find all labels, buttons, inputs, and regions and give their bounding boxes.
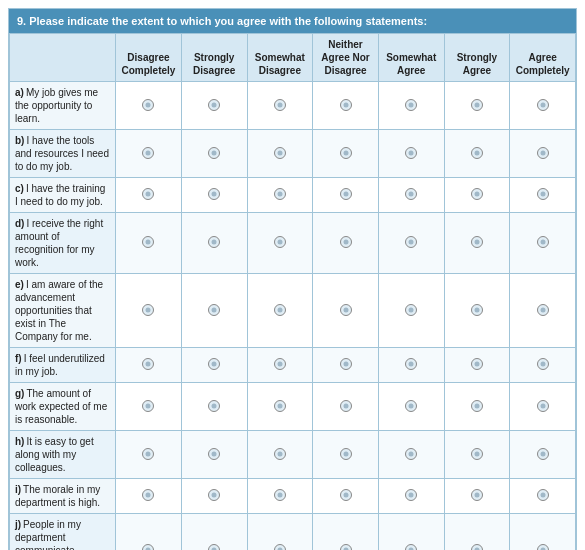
radio-button[interactable] — [142, 304, 154, 316]
radio-button[interactable] — [405, 304, 417, 316]
radio-cell-a-neither[interactable] — [313, 82, 379, 130]
radio-button[interactable] — [405, 544, 417, 551]
radio-button[interactable] — [274, 448, 286, 460]
radio-button[interactable] — [537, 188, 549, 200]
radio-cell-a-agree_completely[interactable] — [510, 82, 576, 130]
radio-button[interactable] — [142, 358, 154, 370]
radio-button[interactable] — [340, 544, 352, 551]
radio-cell-h-strongly_disagree[interactable] — [181, 431, 247, 479]
radio-button[interactable] — [405, 489, 417, 501]
radio-button[interactable] — [208, 358, 220, 370]
radio-button[interactable] — [405, 236, 417, 248]
radio-cell-f-neither[interactable] — [313, 348, 379, 383]
radio-cell-d-somewhat_disagree[interactable] — [247, 213, 313, 274]
radio-cell-i-strongly_agree[interactable] — [444, 479, 510, 514]
radio-button[interactable] — [340, 400, 352, 412]
radio-cell-j-somewhat_disagree[interactable] — [247, 514, 313, 551]
radio-cell-e-somewhat_agree[interactable] — [378, 274, 444, 348]
radio-cell-f-strongly_disagree[interactable] — [181, 348, 247, 383]
radio-button[interactable] — [471, 544, 483, 551]
radio-cell-c-strongly_disagree[interactable] — [181, 178, 247, 213]
radio-cell-e-strongly_disagree[interactable] — [181, 274, 247, 348]
radio-button[interactable] — [340, 304, 352, 316]
radio-button[interactable] — [274, 544, 286, 551]
radio-button[interactable] — [340, 236, 352, 248]
radio-button[interactable] — [537, 147, 549, 159]
radio-cell-a-disagree_completely[interactable] — [116, 82, 182, 130]
radio-button[interactable] — [208, 99, 220, 111]
radio-cell-i-disagree_completely[interactable] — [116, 479, 182, 514]
radio-cell-a-somewhat_agree[interactable] — [378, 82, 444, 130]
radio-cell-g-strongly_disagree[interactable] — [181, 383, 247, 431]
radio-button[interactable] — [142, 188, 154, 200]
radio-cell-e-neither[interactable] — [313, 274, 379, 348]
radio-button[interactable] — [471, 188, 483, 200]
radio-cell-f-strongly_agree[interactable] — [444, 348, 510, 383]
radio-button[interactable] — [471, 448, 483, 460]
radio-button[interactable] — [340, 358, 352, 370]
radio-cell-i-agree_completely[interactable] — [510, 479, 576, 514]
radio-cell-j-neither[interactable] — [313, 514, 379, 551]
radio-button[interactable] — [537, 358, 549, 370]
radio-button[interactable] — [142, 448, 154, 460]
radio-cell-f-somewhat_disagree[interactable] — [247, 348, 313, 383]
radio-cell-g-neither[interactable] — [313, 383, 379, 431]
radio-cell-d-strongly_agree[interactable] — [444, 213, 510, 274]
radio-cell-j-strongly_agree[interactable] — [444, 514, 510, 551]
radio-button[interactable] — [471, 99, 483, 111]
radio-button[interactable] — [142, 544, 154, 551]
radio-button[interactable] — [405, 147, 417, 159]
radio-button[interactable] — [208, 236, 220, 248]
radio-button[interactable] — [471, 358, 483, 370]
radio-button[interactable] — [274, 147, 286, 159]
radio-button[interactable] — [405, 99, 417, 111]
radio-button[interactable] — [142, 147, 154, 159]
radio-cell-i-neither[interactable] — [313, 479, 379, 514]
radio-cell-b-agree_completely[interactable] — [510, 130, 576, 178]
radio-cell-c-neither[interactable] — [313, 178, 379, 213]
radio-button[interactable] — [274, 400, 286, 412]
radio-cell-d-agree_completely[interactable] — [510, 213, 576, 274]
radio-button[interactable] — [274, 236, 286, 248]
radio-cell-h-neither[interactable] — [313, 431, 379, 479]
radio-cell-c-somewhat_disagree[interactable] — [247, 178, 313, 213]
radio-button[interactable] — [471, 489, 483, 501]
radio-cell-g-disagree_completely[interactable] — [116, 383, 182, 431]
radio-cell-e-agree_completely[interactable] — [510, 274, 576, 348]
radio-button[interactable] — [142, 99, 154, 111]
radio-cell-f-somewhat_agree[interactable] — [378, 348, 444, 383]
radio-cell-h-agree_completely[interactable] — [510, 431, 576, 479]
radio-button[interactable] — [537, 236, 549, 248]
radio-cell-g-somewhat_disagree[interactable] — [247, 383, 313, 431]
radio-button[interactable] — [471, 400, 483, 412]
radio-cell-c-somewhat_agree[interactable] — [378, 178, 444, 213]
radio-cell-a-strongly_disagree[interactable] — [181, 82, 247, 130]
radio-cell-h-disagree_completely[interactable] — [116, 431, 182, 479]
radio-button[interactable] — [142, 400, 154, 412]
radio-button[interactable] — [208, 400, 220, 412]
radio-cell-b-neither[interactable] — [313, 130, 379, 178]
radio-button[interactable] — [208, 544, 220, 551]
radio-cell-b-strongly_agree[interactable] — [444, 130, 510, 178]
radio-button[interactable] — [537, 544, 549, 551]
radio-cell-j-somewhat_agree[interactable] — [378, 514, 444, 551]
radio-cell-a-somewhat_disagree[interactable] — [247, 82, 313, 130]
radio-cell-j-disagree_completely[interactable] — [116, 514, 182, 551]
radio-button[interactable] — [340, 147, 352, 159]
radio-button[interactable] — [340, 489, 352, 501]
radio-cell-a-strongly_agree[interactable] — [444, 82, 510, 130]
radio-button[interactable] — [340, 188, 352, 200]
radio-cell-d-somewhat_agree[interactable] — [378, 213, 444, 274]
radio-cell-c-agree_completely[interactable] — [510, 178, 576, 213]
radio-button[interactable] — [274, 188, 286, 200]
radio-button[interactable] — [471, 236, 483, 248]
radio-cell-b-disagree_completely[interactable] — [116, 130, 182, 178]
radio-cell-h-somewhat_disagree[interactable] — [247, 431, 313, 479]
radio-cell-d-neither[interactable] — [313, 213, 379, 274]
radio-button[interactable] — [537, 400, 549, 412]
radio-cell-c-disagree_completely[interactable] — [116, 178, 182, 213]
radio-button[interactable] — [274, 358, 286, 370]
radio-button[interactable] — [340, 99, 352, 111]
radio-button[interactable] — [208, 448, 220, 460]
radio-cell-h-somewhat_agree[interactable] — [378, 431, 444, 479]
